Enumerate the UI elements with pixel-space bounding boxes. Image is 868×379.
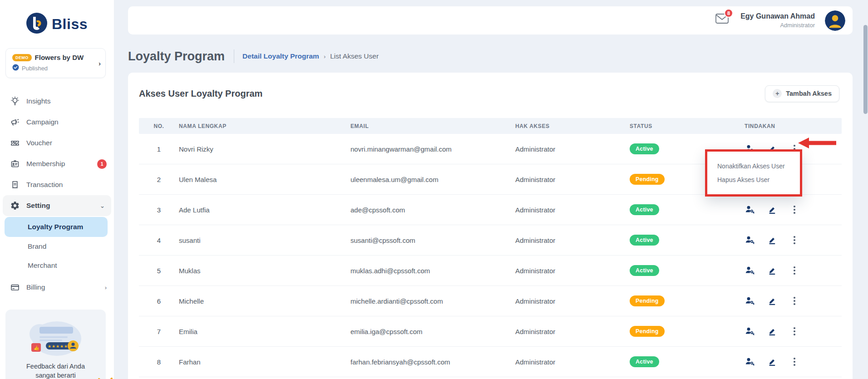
user-name: Egy Gunawan Ahmad [740, 12, 815, 20]
column-hak-akses: HAK AKSES [515, 123, 630, 129]
row-role: Administrator [515, 176, 630, 183]
column-nama-lengkap: NAMA LENGKAP [179, 123, 350, 129]
workspace-name: Flowers by DW [35, 54, 84, 61]
row-name: Novri Rizky [179, 145, 350, 153]
kebab-menu-button[interactable] [789, 295, 800, 306]
kebab-menu-button[interactable] [789, 235, 800, 246]
manage-access-button[interactable] [745, 326, 755, 337]
lightbulb-icon [10, 96, 20, 106]
svg-text:★: ★ [52, 344, 55, 349]
row-role: Administrator [515, 297, 630, 305]
sidebar-item-insights[interactable]: Insights [0, 91, 114, 112]
table-row: 5 Muklas muklas.adhi@cpssoft.com Adminis… [139, 256, 842, 286]
row-actions [745, 204, 842, 215]
row-role: Administrator [515, 236, 630, 244]
inbox-button[interactable]: 8 [715, 13, 730, 28]
manage-access-button[interactable] [745, 295, 755, 306]
vertical-scrollbar[interactable] [863, 25, 868, 114]
svg-text:★: ★ [48, 344, 51, 349]
edit-button[interactable] [767, 235, 778, 246]
sidebar-item-setting[interactable]: Setting ⌄ [3, 195, 111, 216]
brand-logo: Bliss [0, 0, 114, 45]
sidebar-item-loyalty-program[interactable]: Loyalty Program [5, 217, 108, 237]
tambah-akses-button[interactable]: + Tambah Akses [765, 85, 839, 102]
topbar: 8 Egy Gunawan Ahmad Administrator [128, 6, 853, 34]
plus-icon: + [773, 89, 782, 98]
table-row: 4 susanti susanti@cpssoft.com Administra… [139, 225, 842, 256]
status-badge: Active [630, 235, 659, 246]
table-row: 6 Michelle michelle.ardianti@cpssoft.com… [139, 286, 842, 316]
sidebar-item-billing[interactable]: Billing › [0, 277, 114, 298]
row-actions [745, 326, 842, 337]
row-number: 5 [139, 267, 179, 275]
row-email: uleenmalesa.um@gmail.com [350, 176, 515, 183]
menu-item-hapus-akses-user[interactable]: Hapus Akses User [717, 177, 800, 183]
row-email: novri.minangwarman@gmail.com [350, 145, 515, 153]
gear-icon [10, 201, 20, 211]
svg-text:★: ★ [64, 344, 68, 349]
page-header: Loyalty Program Detail Loyalty Program ›… [128, 47, 853, 65]
feedback-text: Feedback dari Anda sangat berarti [5, 362, 106, 379]
credit-card-icon [10, 282, 20, 292]
row-number: 7 [139, 328, 179, 335]
sidebar-item-label: Brand [28, 242, 46, 251]
manage-access-button[interactable] [745, 235, 755, 246]
edit-button[interactable] [767, 204, 778, 215]
membership-notification-badge: 1 [97, 159, 107, 169]
workspace-switcher[interactable]: DEMO Flowers by DW Published › [5, 48, 106, 78]
row-actions-dropdown-highlighted: Nonaktifkan Akses User Hapus Akses User [705, 149, 802, 197]
row-actions [745, 295, 842, 306]
row-actions [745, 356, 842, 367]
sidebar-item-voucher[interactable]: Voucher [0, 133, 114, 153]
annotation-arrow-icon [798, 136, 837, 150]
status-badge: Active [630, 265, 659, 276]
edit-button[interactable] [767, 265, 778, 276]
sidebar: Bliss DEMO Flowers by DW Published › [0, 0, 114, 379]
feedback-banner[interactable]: ★★★★★ 👍 Feedback dari Anda sangat berart… [5, 310, 106, 379]
workspace-status: Published [22, 65, 48, 72]
inbox-count-badge: 8 [724, 9, 733, 18]
row-role: Administrator [515, 328, 630, 335]
sidebar-item-campaign[interactable]: Campaign [0, 112, 114, 133]
row-name: susanti [179, 236, 350, 244]
row-number: 3 [139, 206, 179, 214]
kebab-menu-button[interactable] [789, 326, 800, 337]
card-title: Akses User Loyalty Program [139, 89, 262, 99]
chevron-right-icon: › [99, 59, 101, 67]
demo-badge: DEMO [12, 54, 32, 61]
avatar[interactable] [825, 10, 845, 31]
row-name: Ulen Malesa [179, 176, 350, 183]
kebab-menu-button[interactable] [789, 356, 800, 367]
sidebar-item-transaction[interactable]: Transaction [0, 174, 114, 195]
table-row: 8 Farhan farhan.febriansyah@cpssoft.com … [139, 347, 842, 377]
sidebar-item-brand[interactable]: Brand [0, 237, 114, 256]
row-email: farhan.febriansyah@cpssoft.com [350, 358, 515, 366]
edit-button[interactable] [767, 295, 778, 306]
brand-name: Bliss [52, 16, 88, 33]
page-title: Loyalty Program [128, 49, 225, 64]
breadcrumb-list-akses-user: List Akses User [330, 52, 379, 60]
feedback-illustration: ★★★★★ 👍 [20, 352, 92, 360]
kebab-menu-button[interactable] [789, 265, 800, 276]
sidebar-item-membership[interactable]: Membership 1 [0, 153, 114, 174]
row-number: 8 [139, 358, 179, 366]
edit-button[interactable] [767, 356, 778, 367]
sidebar-nav: Insights Campaign [0, 91, 114, 298]
svg-text:★: ★ [60, 344, 64, 349]
sidebar-item-merchant[interactable]: Merchant [0, 256, 114, 275]
kebab-menu-button[interactable] [789, 204, 800, 215]
column-no: NO. [139, 123, 179, 129]
sidebar-item-label: Campaign [26, 118, 59, 126]
manage-access-button[interactable] [745, 265, 755, 276]
row-number: 1 [139, 145, 179, 153]
row-name: Muklas [179, 267, 350, 275]
breadcrumb-detail-loyalty-program[interactable]: Detail Loyalty Program [242, 52, 319, 60]
manage-access-button[interactable] [745, 204, 755, 215]
table-header: NO. NAMA LENGKAP EMAIL HAK AKSES STATUS … [139, 118, 842, 134]
menu-item-nonaktifkan-akses-user[interactable]: Nonaktifkan Akses User [717, 163, 800, 169]
manage-access-button[interactable] [745, 356, 755, 367]
edit-button[interactable] [767, 326, 778, 337]
row-role: Administrator [515, 358, 630, 366]
row-email: susanti@cpssoft.com [350, 236, 515, 244]
row-number: 4 [139, 236, 179, 244]
